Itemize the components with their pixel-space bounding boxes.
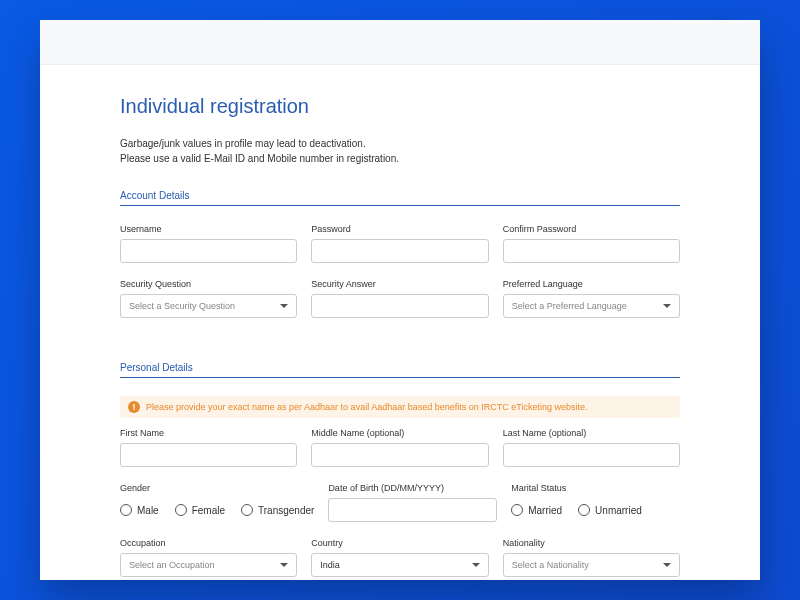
gender-radio-male[interactable]: Male bbox=[120, 504, 159, 516]
confirm-password-input[interactable] bbox=[503, 239, 680, 263]
nationality-label: Nationality bbox=[503, 538, 680, 548]
chevron-down-icon bbox=[472, 563, 480, 567]
intro-line-1: Garbage/junk values in profile may lead … bbox=[120, 136, 680, 151]
security-answer-input[interactable] bbox=[311, 294, 488, 318]
radio-icon bbox=[511, 504, 523, 516]
middle-name-label: Middle Name (optional) bbox=[311, 428, 488, 438]
security-question-select[interactable]: Select a Security Question bbox=[120, 294, 297, 318]
nationality-placeholder: Select a Nationality bbox=[512, 560, 589, 570]
first-name-label: First Name bbox=[120, 428, 297, 438]
section-header-personal: Personal Details bbox=[120, 362, 680, 378]
first-name-input[interactable] bbox=[120, 443, 297, 467]
occupation-label: Occupation bbox=[120, 538, 297, 548]
password-input[interactable] bbox=[311, 239, 488, 263]
aadhaar-alert: ! Please provide your exact name as per … bbox=[120, 396, 680, 418]
preferred-language-select[interactable]: Select a Preferred Language bbox=[503, 294, 680, 318]
middle-name-input[interactable] bbox=[311, 443, 488, 467]
country-label: Country bbox=[311, 538, 488, 548]
top-bar bbox=[40, 20, 760, 65]
gender-radio-transgender[interactable]: Transgender bbox=[241, 504, 314, 516]
password-label: Password bbox=[311, 224, 488, 234]
security-question-label: Security Question bbox=[120, 279, 297, 289]
radio-icon bbox=[120, 504, 132, 516]
gender-radio-female[interactable]: Female bbox=[175, 504, 225, 516]
occupation-select[interactable]: Select an Occupation bbox=[120, 553, 297, 577]
registration-card: Individual registration Garbage/junk val… bbox=[40, 20, 760, 580]
chevron-down-icon bbox=[280, 304, 288, 308]
page-title: Individual registration bbox=[120, 95, 680, 118]
aadhaar-alert-text: Please provide your exact name as per Aa… bbox=[146, 402, 587, 412]
gender-male-label: Male bbox=[137, 505, 159, 516]
last-name-input[interactable] bbox=[503, 443, 680, 467]
username-input[interactable] bbox=[120, 239, 297, 263]
marital-unmarried-label: Unmarried bbox=[595, 505, 642, 516]
country-value: India bbox=[320, 560, 340, 570]
preferred-language-placeholder: Select a Preferred Language bbox=[512, 301, 627, 311]
chevron-down-icon bbox=[280, 563, 288, 567]
radio-icon bbox=[241, 504, 253, 516]
username-label: Username bbox=[120, 224, 297, 234]
preferred-language-label: Preferred Language bbox=[503, 279, 680, 289]
dob-input[interactable] bbox=[328, 498, 497, 522]
chevron-down-icon bbox=[663, 304, 671, 308]
marital-married-label: Married bbox=[528, 505, 562, 516]
gender-label: Gender bbox=[120, 483, 314, 493]
gender-transgender-label: Transgender bbox=[258, 505, 314, 516]
content-area: Individual registration Garbage/junk val… bbox=[40, 65, 760, 580]
intro-text: Garbage/junk values in profile may lead … bbox=[120, 136, 680, 166]
intro-line-2: Please use a valid E-Mail ID and Mobile … bbox=[120, 151, 680, 166]
chevron-down-icon bbox=[663, 563, 671, 567]
dob-label: Date of Birth (DD/MM/YYYY) bbox=[328, 483, 497, 493]
security-answer-label: Security Answer bbox=[311, 279, 488, 289]
marital-radio-unmarried[interactable]: Unmarried bbox=[578, 504, 642, 516]
radio-icon bbox=[578, 504, 590, 516]
gender-female-label: Female bbox=[192, 505, 225, 516]
warning-icon: ! bbox=[128, 401, 140, 413]
confirm-password-label: Confirm Password bbox=[503, 224, 680, 234]
nationality-select[interactable]: Select a Nationality bbox=[503, 553, 680, 577]
occupation-placeholder: Select an Occupation bbox=[129, 560, 215, 570]
last-name-label: Last Name (optional) bbox=[503, 428, 680, 438]
radio-icon bbox=[175, 504, 187, 516]
marital-radio-married[interactable]: Married bbox=[511, 504, 562, 516]
country-select[interactable]: India bbox=[311, 553, 488, 577]
security-question-placeholder: Select a Security Question bbox=[129, 301, 235, 311]
marital-status-label: Marital Status bbox=[511, 483, 680, 493]
section-header-account: Account Details bbox=[120, 190, 680, 206]
